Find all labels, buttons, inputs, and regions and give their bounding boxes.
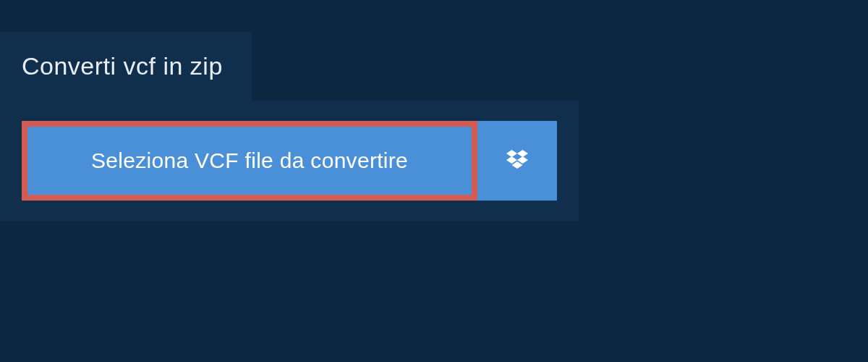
select-file-label: Seleziona VCF file da convertire <box>91 148 408 173</box>
button-row: Seleziona VCF file da convertire <box>22 121 557 201</box>
content-panel: Seleziona VCF file da convertire <box>0 101 579 221</box>
page-title: Converti vcf in zip <box>22 52 223 80</box>
dropbox-icon <box>504 148 530 174</box>
select-file-button[interactable]: Seleziona VCF file da convertire <box>22 121 477 201</box>
dropbox-button[interactable] <box>477 121 557 201</box>
tab-header: Converti vcf in zip <box>0 32 252 101</box>
